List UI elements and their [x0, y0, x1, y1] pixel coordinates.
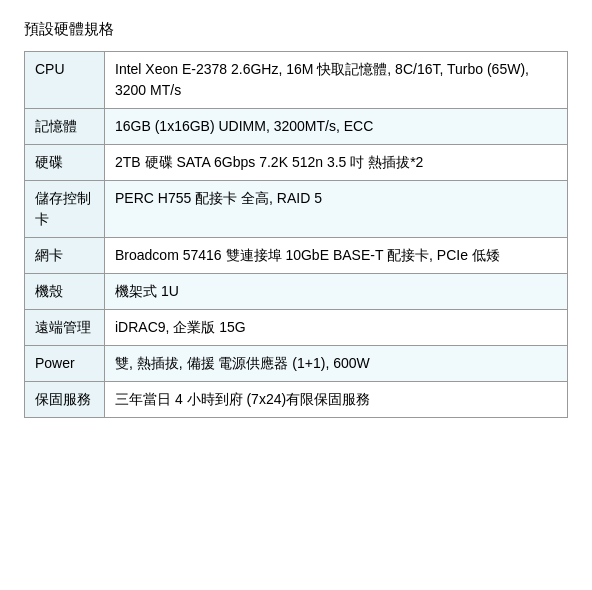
row-label: 保固服務 [25, 382, 105, 418]
table-row: 硬碟2TB 硬碟 SATA 6Gbps 7.2K 512n 3.5 吋 熱插拔*… [25, 145, 568, 181]
table-row: 網卡Broadcom 57416 雙連接埠 10GbE BASE-T 配接卡, … [25, 238, 568, 274]
row-value: 雙, 熱插拔, 備援 電源供應器 (1+1), 600W [105, 346, 568, 382]
row-value: Intel Xeon E-2378 2.6GHz, 16M 快取記憶體, 8C/… [105, 52, 568, 109]
row-label: 儲存控制卡 [25, 181, 105, 238]
row-value: 16GB (1x16GB) UDIMM, 3200MT/s, ECC [105, 109, 568, 145]
row-label: 記憶體 [25, 109, 105, 145]
specs-table: CPUIntel Xeon E-2378 2.6GHz, 16M 快取記憶體, … [24, 51, 568, 418]
table-row: 保固服務三年當日 4 小時到府 (7x24)有限保固服務 [25, 382, 568, 418]
table-row: 機殼機架式 1U [25, 274, 568, 310]
table-row: Power雙, 熱插拔, 備援 電源供應器 (1+1), 600W [25, 346, 568, 382]
table-row: 記憶體16GB (1x16GB) UDIMM, 3200MT/s, ECC [25, 109, 568, 145]
row-value: iDRAC9, 企業版 15G [105, 310, 568, 346]
table-row: 遠端管理iDRAC9, 企業版 15G [25, 310, 568, 346]
row-label: 硬碟 [25, 145, 105, 181]
row-value: 2TB 硬碟 SATA 6Gbps 7.2K 512n 3.5 吋 熱插拔*2 [105, 145, 568, 181]
row-value: 三年當日 4 小時到府 (7x24)有限保固服務 [105, 382, 568, 418]
table-row: CPUIntel Xeon E-2378 2.6GHz, 16M 快取記憶體, … [25, 52, 568, 109]
row-label: 機殼 [25, 274, 105, 310]
row-value: 機架式 1U [105, 274, 568, 310]
table-row: 儲存控制卡PERC H755 配接卡 全高, RAID 5 [25, 181, 568, 238]
row-value: Broadcom 57416 雙連接埠 10GbE BASE-T 配接卡, PC… [105, 238, 568, 274]
row-label: 網卡 [25, 238, 105, 274]
row-label: 遠端管理 [25, 310, 105, 346]
row-label: CPU [25, 52, 105, 109]
row-value: PERC H755 配接卡 全高, RAID 5 [105, 181, 568, 238]
page-title: 預設硬體規格 [24, 20, 568, 39]
row-label: Power [25, 346, 105, 382]
